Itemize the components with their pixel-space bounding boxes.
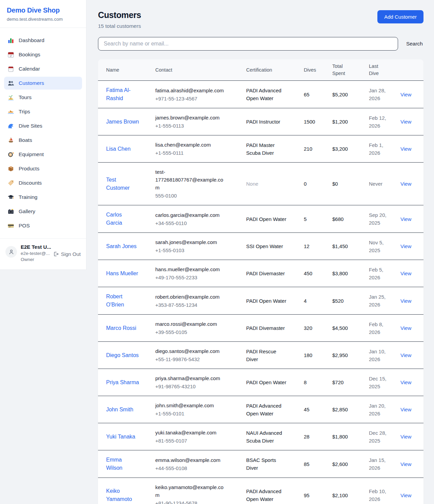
sidebar-item-label: Bookings [19, 52, 40, 58]
graduation-cap-icon [7, 194, 14, 201]
customer-name-link[interactable]: Test Customer [106, 177, 130, 191]
sidebar-item-calendar[interactable]: Calendar [4, 62, 82, 75]
customer-certification: PADI Advanced Open Water [246, 403, 281, 416]
customer-name-link[interactable]: Carlos Garcia [106, 212, 122, 226]
sidebar-item-label: Discounts [19, 180, 42, 186]
customer-name-link[interactable]: James Brown [106, 119, 139, 125]
customer-count: 15 total customers [98, 23, 141, 29]
sidebar-nav: Dashboard17BookingsCalendarCustomersTour… [0, 28, 86, 238]
customer-certification: SSI Open Water [246, 243, 283, 249]
customer-name-link[interactable]: Marco Rossi [106, 325, 136, 331]
customer-total-spent: $1,800 [332, 427, 369, 446]
customer-last-dive: Feb 1, 2026 [369, 136, 400, 162]
customer-phone: +971-55-123-4567 [155, 95, 226, 102]
sidebar-item-label: Products [19, 166, 39, 172]
view-link[interactable]: View [400, 181, 411, 187]
search-button[interactable]: Search [406, 38, 423, 50]
sidebar-footer: E2E Test U... e2e-tester@... Owner Sign … [0, 238, 86, 269]
customer-email: hans.mueller@example.com [155, 265, 226, 273]
customer-certification: PADI Advanced Open Water [246, 88, 281, 101]
sidebar-item-trips[interactable]: Trips [4, 105, 82, 118]
sidebar-item-equipment[interactable]: Equipment [4, 148, 82, 161]
customer-email: carlos.garcia@example.com [155, 211, 226, 219]
customer-name-link[interactable]: Sarah Jones [106, 243, 137, 249]
column-header-total-spent: Total Spent [332, 59, 369, 80]
customer-name-link[interactable]: Emma Wilson [106, 457, 122, 471]
customer-last-dive: Dec 28, 2025 [369, 424, 400, 450]
view-link[interactable]: View [400, 461, 411, 467]
view-link[interactable]: View [400, 146, 411, 152]
people-icon [7, 80, 14, 87]
sidebar-item-discounts[interactable]: Discounts [4, 176, 82, 189]
sidebar-item-dashboard[interactable]: Dashboard [4, 34, 82, 47]
view-link[interactable]: View [400, 407, 411, 412]
customer-name-link[interactable]: Diego Santos [106, 352, 139, 358]
customer-email: fatima.alrashid@example.com [155, 87, 226, 94]
customer-name-link[interactable]: John Smith [106, 407, 133, 412]
customer-dives: 95 [304, 486, 332, 504]
customer-name-link[interactable]: Yuki Tanaka [106, 434, 135, 440]
sidebar-item-label: POS [19, 223, 30, 229]
view-link[interactable]: View [400, 379, 411, 385]
customer-phone: +91-98765-43210 [155, 382, 226, 390]
customer-total-spent: $1,200 [332, 112, 369, 131]
sidebar-item-training[interactable]: Training [4, 191, 82, 204]
customer-dives: 85 [304, 455, 332, 473]
customer-phone: +1-555-0101 [155, 410, 226, 417]
sidebar-item-products[interactable]: Products [4, 162, 82, 175]
sidebar-item-customers[interactable]: Customers [4, 77, 82, 90]
search-row: Search [98, 37, 423, 51]
user-role: Owner [21, 257, 49, 262]
customer-email: yuki.tanaka@example.com [155, 429, 226, 436]
customer-name-link[interactable]: Lisa Chen [106, 146, 131, 152]
view-link[interactable]: View [400, 216, 411, 222]
shop-domain: demo.test.divestreams.com [7, 17, 79, 22]
view-link[interactable]: View [400, 325, 411, 331]
shop-title: Demo Dive Shop [7, 6, 79, 14]
user-name: E2E Test U... [21, 244, 49, 250]
customer-total-spent: $0 [332, 174, 369, 193]
table-row: Robert O'Brienrobert.obrien@example.com+… [98, 287, 423, 315]
customer-phone: +1-555-0113 [155, 122, 226, 130]
customer-certification: PADI Open Water [246, 216, 286, 222]
view-link[interactable]: View [400, 434, 411, 440]
customer-email: john.smith@example.com [155, 402, 226, 409]
table-row: Test Customertest-1772681807767@example.… [98, 163, 423, 205]
view-link[interactable]: View [400, 352, 411, 358]
sidebar-item-label: Dive Sites [19, 123, 42, 129]
view-link[interactable]: View [400, 119, 411, 125]
customer-phone: +1-555-0111 [155, 149, 226, 157]
sidebar-item-pos[interactable]: POS [4, 219, 82, 232]
customer-name-link[interactable]: Hans Mueller [106, 270, 138, 276]
sign-out-button[interactable]: Sign Out [53, 251, 81, 257]
sidebar-item-dive-sites[interactable]: Dive Sites [4, 119, 82, 132]
sidebar-item-tours[interactable]: Tours [4, 91, 82, 104]
view-link[interactable]: View [400, 492, 411, 498]
sidebar-item-bookings[interactable]: 17Bookings [4, 48, 82, 61]
view-link[interactable]: View [400, 270, 411, 276]
customer-name-link[interactable]: Priya Sharma [106, 379, 139, 385]
main-content: Customers 15 total customers Add Custome… [86, 0, 434, 504]
add-customer-button[interactable]: Add Customer [377, 10, 423, 23]
view-link[interactable]: View [400, 243, 411, 249]
customer-email: lisa.chen@example.com [155, 141, 226, 149]
customer-phone: +1-555-0103 [155, 246, 226, 254]
customer-dives: 65 [304, 85, 332, 104]
view-link[interactable]: View [400, 298, 411, 304]
sidebar-item-boats[interactable]: Boats [4, 134, 82, 147]
view-link[interactable]: View [400, 92, 411, 97]
customer-name-link[interactable]: Keiko Yamamoto [106, 488, 132, 502]
sidebar-item-label: Dashboard [19, 37, 44, 43]
table-body: Fatima Al-Rashidfatima.alrashid@example.… [98, 81, 423, 504]
column-header-certification: Certification [246, 63, 304, 77]
page-title: Customers [98, 10, 141, 20]
table-row: John Smithjohn.smith@example.com+1-555-0… [98, 396, 423, 423]
sidebar-item-gallery[interactable]: Gallery [4, 205, 82, 218]
customer-phone: +353-87-555-1234 [155, 301, 226, 309]
search-input[interactable] [98, 37, 398, 51]
speedboat-icon [7, 108, 14, 115]
customer-email: james.brown@example.com [155, 114, 226, 122]
customer-name-link[interactable]: Robert O'Brien [106, 294, 124, 307]
customer-name-link[interactable]: Fatima Al-Rashid [106, 87, 131, 101]
sidebar-item-label: Training [19, 194, 37, 200]
